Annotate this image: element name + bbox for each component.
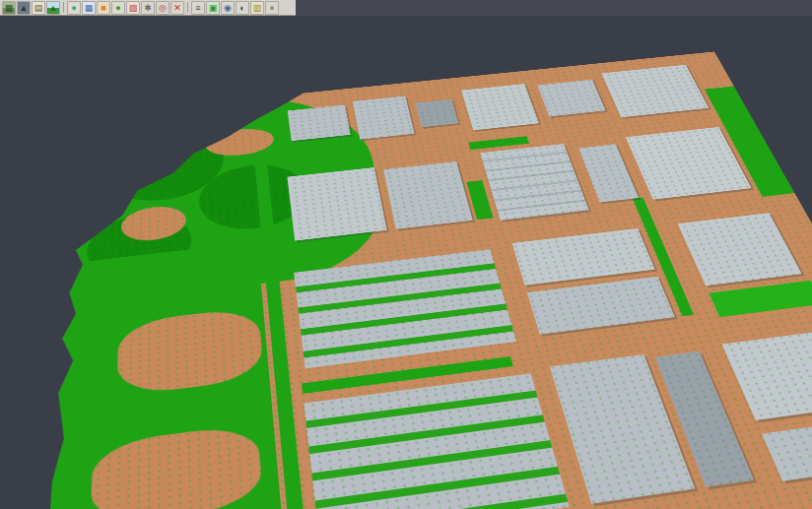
hatch-icon[interactable]: ▨ [126, 1, 140, 15]
building [601, 64, 709, 116]
classify-green-icon[interactable]: ● [111, 1, 125, 15]
building [762, 416, 812, 480]
warehouse-building [287, 167, 386, 240]
vegetation-icon[interactable]: ▣ [206, 1, 220, 15]
3d-viewport[interactable] [0, 16, 812, 509]
palette-icon[interactable]: ▥ [250, 1, 264, 15]
target-icon[interactable]: ◎ [156, 1, 169, 15]
building [537, 79, 605, 116]
mountain-view-icon[interactable]: ▲ [46, 1, 60, 15]
pointcloud-terrain [33, 51, 812, 509]
building [415, 98, 458, 126]
toolbar-separator [187, 2, 188, 13]
warehouse-building [722, 329, 812, 419]
info-icon[interactable]: ● [265, 1, 279, 15]
open-file-icon[interactable]: ▤ [32, 1, 45, 15]
greenhouse-row-block [304, 373, 569, 509]
settings-icon[interactable]: ✱ [141, 1, 155, 15]
layers-icon[interactable]: ≡ [191, 1, 205, 15]
sphere-icon[interactable]: ● [67, 1, 81, 15]
toolbar-separator [63, 2, 64, 13]
building [353, 95, 415, 139]
building [512, 227, 655, 285]
ortho-image-icon[interactable]: ■ [97, 1, 110, 15]
main-toolbar: ▦ ▲ ▤ ▲ ● ▦ ■ ● ▨ ✱ ◎ ✕ ≡ ▣ ◉ ◐ ▥ ● [0, 0, 296, 16]
building [288, 104, 351, 141]
building [383, 161, 473, 229]
tree-line [468, 136, 529, 150]
dark-model-icon[interactable]: ▲ [17, 1, 31, 15]
contrast-icon[interactable]: ◐ [236, 1, 249, 15]
vegetation-patch [709, 280, 812, 316]
building [578, 144, 639, 202]
warehouse-building [678, 213, 802, 286]
terrain-layer-icon[interactable]: ▦ [2, 1, 16, 15]
building [527, 276, 675, 334]
building [461, 84, 539, 130]
ridged-roof-building [480, 144, 588, 221]
delete-icon[interactable]: ✕ [170, 1, 184, 15]
globe-icon[interactable]: ◉ [221, 1, 235, 15]
application-window: ▦ ▲ ▤ ▲ ● ▦ ■ ● ▨ ✱ ◎ ✕ ≡ ▣ ◉ ◐ ▥ ● [0, 0, 812, 509]
grid-icon[interactable]: ▦ [82, 1, 96, 15]
